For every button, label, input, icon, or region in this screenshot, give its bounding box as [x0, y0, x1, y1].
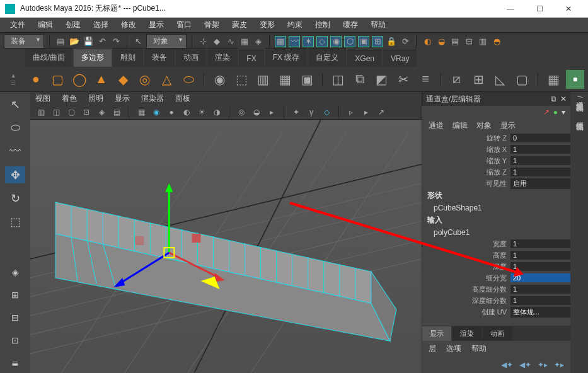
select-tool[interactable]: ↖: [5, 96, 25, 113]
shelf-tab-xgen[interactable]: XGen: [347, 50, 382, 67]
shelf-last-icon[interactable]: ■: [566, 70, 584, 89]
layout-four-icon[interactable]: ⊞: [5, 285, 25, 305]
attr-height-input[interactable]: 1: [510, 251, 570, 260]
hypershade-icon[interactable]: ⊟: [463, 36, 475, 47]
vp-shadows-icon[interactable]: ◑: [211, 106, 222, 118]
axis-green-icon[interactable]: ●: [553, 108, 558, 117]
menu-help[interactable]: 帮助: [364, 20, 392, 30]
attr-scale-z-input[interactable]: 1: [510, 168, 570, 176]
menuset-combo[interactable]: 装备: [4, 34, 44, 49]
layout-two-h-icon[interactable]: ⊟: [5, 307, 25, 328]
render-settings-icon[interactable]: ▤: [449, 36, 461, 47]
menu-select[interactable]: 选择: [87, 20, 115, 30]
poly-bevel-icon[interactable]: ◩: [373, 70, 391, 89]
poly-sphere-icon[interactable]: ●: [27, 70, 45, 89]
sel-handle-icon[interactable]: ⊹: [197, 36, 209, 47]
shelf-tab-curves[interactable]: 曲线/曲面: [25, 48, 72, 67]
layer-move-down-icon[interactable]: ◀✦: [519, 360, 531, 369]
sel-surface-icon[interactable]: ▦: [239, 36, 250, 47]
layer-tab-render[interactable]: 渲染: [453, 326, 481, 341]
sel-joint-icon[interactable]: ◆: [211, 36, 222, 47]
poly-cone-icon[interactable]: ▲: [92, 70, 110, 89]
poly-triangulate-icon[interactable]: ◺: [492, 70, 510, 89]
vp-lights-icon[interactable]: ☀: [196, 106, 207, 118]
vp-gate-mask-icon[interactable]: ▤: [111, 106, 122, 118]
vp-isolate-icon[interactable]: ◎: [236, 106, 247, 118]
vp-wireframe-icon[interactable]: ◉: [151, 106, 162, 118]
poly-plane-icon[interactable]: ◆: [114, 70, 132, 89]
poly-bridge-icon[interactable]: ⧉: [351, 70, 369, 89]
menu-create[interactable]: 创建: [59, 20, 87, 30]
save-scene-icon[interactable]: 💾: [83, 36, 94, 47]
new-scene-icon[interactable]: ▤: [55, 36, 66, 47]
attr-visibility-input[interactable]: 启用: [510, 178, 570, 189]
undo-icon[interactable]: ↶: [96, 36, 108, 47]
menu-file[interactable]: 文件: [4, 20, 32, 30]
menu-skin[interactable]: 蒙皮: [226, 20, 253, 30]
vp-select-camera-icon[interactable]: ▥: [35, 106, 47, 118]
poly-cylinder-icon[interactable]: ◯: [71, 70, 89, 89]
layout-single-icon[interactable]: ◈: [5, 262, 25, 282]
menu-skeleton[interactable]: 骨架: [198, 20, 226, 30]
panel-popout-icon[interactable]: ⧉: [551, 95, 556, 103]
poly-torus-icon[interactable]: ◎: [136, 70, 154, 89]
vp-menu-view[interactable]: 视图: [35, 93, 50, 104]
shelf-tab-rigging[interactable]: 装备: [144, 48, 175, 67]
poly-cube-icon[interactable]: ▢: [49, 70, 67, 89]
poly-cut-icon[interactable]: ✂: [395, 70, 413, 89]
vp-motion-icon[interactable]: ▸: [266, 106, 277, 118]
menu-display[interactable]: 显示: [142, 20, 170, 30]
render-frame-icon[interactable]: ◐: [422, 36, 433, 47]
shape-node[interactable]: pCubeShape1: [422, 202, 570, 214]
open-scene-icon[interactable]: 📂: [69, 36, 80, 47]
dock-channel-box-tab[interactable]: 通道盒/层编辑器: [574, 96, 585, 98]
axis-red-icon[interactable]: ↗: [543, 108, 550, 117]
attr-width-input[interactable]: 1: [510, 239, 570, 248]
snap-view-icon[interactable]: ◉: [330, 36, 342, 47]
layer-tab-display[interactable]: 显示: [422, 326, 451, 341]
layout-two-v-icon[interactable]: ⊡: [5, 330, 25, 350]
sel-curve-icon[interactable]: ∿: [225, 36, 236, 47]
close-button[interactable]: ✕: [554, 0, 583, 18]
lasso-tool[interactable]: ⬭: [5, 119, 25, 136]
poly-separate-icon[interactable]: ▥: [255, 70, 273, 89]
layer-tab-anim[interactable]: 动画: [483, 326, 512, 341]
poly-cleanup-icon[interactable]: ⊞: [470, 70, 488, 89]
shelf-menu-icon[interactable]: ☰: [11, 80, 16, 86]
layer-menu-layers[interactable]: 层: [429, 343, 436, 354]
vp-menu-lighting[interactable]: 照明: [88, 93, 103, 104]
history-icon[interactable]: ⟳: [400, 36, 411, 47]
lock-icon[interactable]: 🔒: [386, 36, 397, 47]
vp-bookmark-icon[interactable]: ◫: [50, 106, 62, 118]
snap-live-icon[interactable]: ⬡: [344, 36, 355, 47]
attr-scale-x-input[interactable]: 1: [510, 145, 570, 154]
menu-edit[interactable]: 编辑: [32, 20, 59, 30]
menu-deform[interactable]: 变形: [253, 20, 281, 30]
rotate-tool[interactable]: ↻: [5, 190, 25, 207]
vp-film-gate-icon[interactable]: ⊡: [81, 106, 92, 118]
shelf-tab-fx[interactable]: FX: [239, 50, 263, 67]
vp-grid-icon[interactable]: ▦: [135, 106, 147, 118]
attr-subdiv-depth-input[interactable]: 1: [510, 296, 570, 305]
layer-menu-options[interactable]: 选项: [446, 343, 461, 354]
snap-point-icon[interactable]: ✶: [303, 36, 314, 47]
snap-plane-icon[interactable]: ◇: [316, 36, 328, 47]
selection-mode-combo[interactable]: 对象: [146, 34, 187, 49]
poly-uv-icon[interactable]: ▦: [545, 70, 563, 89]
vp-cam1-icon[interactable]: ▹: [345, 106, 357, 118]
panel-layout-icon[interactable]: ▥: [477, 36, 488, 47]
paint-select-tool[interactable]: 〰: [5, 143, 25, 160]
snap-grid-icon[interactable]: ▦: [275, 36, 286, 47]
layer-new-selected-icon[interactable]: ✦▸: [554, 360, 564, 369]
sel-deform-icon[interactable]: ◈: [253, 36, 264, 47]
snap-render-icon[interactable]: ▣: [358, 36, 369, 47]
menu-control[interactable]: 控制: [309, 20, 337, 30]
teapot-icon[interactable]: ◓: [491, 36, 502, 47]
cb-menu-channels[interactable]: 通道: [429, 120, 444, 131]
menu-window[interactable]: 窗口: [170, 20, 198, 30]
vp-resolution-gate-icon[interactable]: ◈: [96, 106, 107, 118]
vp-image-plane-icon[interactable]: ▢: [66, 106, 77, 118]
shelf-tab-rendering[interactable]: 渲染: [207, 48, 238, 67]
vp-menu-shading[interactable]: 着色: [62, 93, 77, 104]
attr-create-uv-input[interactable]: 整体规...: [510, 307, 570, 318]
